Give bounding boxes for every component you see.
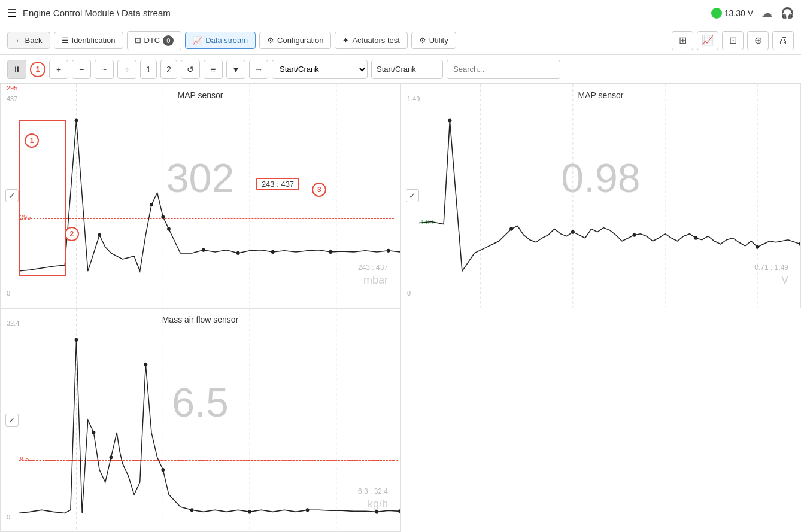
svg-point-12 [271,250,275,254]
chart-view-button[interactable]: 📈 [697,31,718,50]
top-right-checkbox[interactable]: ✓ [406,189,419,202]
svg-point-14 [387,249,390,253]
remove-button[interactable]: − [72,60,91,79]
divider-button[interactable]: ÷ [117,60,136,79]
dtc-badge: 0 [163,35,174,46]
chart-top-right: MAP sensor 1.49 0 0.98 V 0.71 : 1.49 1.0… [400,84,801,308]
svg-point-11 [236,251,240,255]
svg-point-9 [167,227,171,231]
chart-bottom-right [400,308,801,533]
pause-icon: ⏸ [13,65,21,74]
bottom-left-checkbox[interactable]: ✓ [5,414,19,427]
utility-icon: ⚙ [419,36,426,45]
svg-point-26 [799,242,800,246]
svg-point-32 [75,338,78,341]
utility-button[interactable]: ⚙ Utility [411,32,456,49]
svg-point-37 [190,508,194,512]
menu-button[interactable]: ≡ [204,60,223,79]
add-button[interactable]: + [49,60,68,79]
refresh-button[interactable]: ↺ [181,60,200,79]
id-icon: ☰ [62,36,69,45]
cloud-icon[interactable]: ☁ [761,7,772,20]
export-button[interactable]: ⊕ [747,31,769,50]
svg-point-39 [306,508,310,512]
svg-point-6 [98,233,101,237]
grid-view-button[interactable]: ⊞ [672,31,693,50]
svg-point-5 [75,118,78,122]
y-zero-label-right: 0 [407,290,411,297]
dtc-icon: ⊡ [135,36,141,45]
search-input[interactable] [447,60,560,79]
print-button[interactable]: 🖨 [772,31,794,50]
toolbar: ⏸ 1 + − ~ ÷ 1 2 ↺ ≡ ▼ → Start/Crank Star… [0,55,801,84]
table-view-button[interactable]: ⊡ [722,31,744,50]
y-max-label-right: 1.49 [407,95,420,102]
back-button[interactable]: ← Back [7,32,50,49]
chart-svg-top-left [19,84,400,308]
identification-button[interactable]: ☰ Identification [54,32,123,49]
config-icon: ⚙ [267,36,274,45]
svg-point-22 [571,230,575,234]
annotation-1-circle: 1 [25,133,39,148]
status-indicator [711,8,722,19]
pause-button[interactable]: ⏸ [7,60,26,79]
context-select[interactable]: Start/Crank [272,60,368,79]
chart-svg-bottom-left [19,309,400,532]
nav-bar: ← Back ☰ Identification ⊡ DTC 0 📈 Data s… [0,26,801,55]
top-left-checkbox[interactable]: ✓ [5,189,19,202]
svg-point-8 [161,215,165,218]
chart-svg-top-right [419,84,800,308]
stream-icon: 📈 [193,36,202,45]
num1-button[interactable]: 1 [140,60,157,79]
svg-point-10 [202,248,205,252]
actuator-icon: ✦ [342,36,349,45]
annotation-1-badge: 1 [30,62,45,77]
filter-button[interactable]: ▼ [226,60,245,79]
svg-point-35 [144,363,147,366]
svg-point-20 [448,118,451,122]
annotation-2-circle: 2 [65,227,79,241]
y-mark-label: 295 [7,84,17,92]
configuration-button[interactable]: ⚙ Configuration [259,32,331,49]
dtc-button[interactable]: ⊡ DTC 0 [127,31,182,50]
svg-point-33 [92,430,96,434]
chart-tooltip-box: 243 : 437 [256,178,299,190]
svg-point-41 [398,509,400,513]
svg-point-21 [509,227,513,231]
annotation-3-circle: 3 [312,183,326,197]
chart-top-left: MAP sensor 437 0 295 302 mbar 243 : 437 … [0,84,400,308]
svg-point-38 [248,510,251,513]
y-max-label-bl: 32.4 [7,320,19,327]
svg-point-24 [694,236,697,240]
data-stream-button[interactable]: 📈 Data stream [185,32,256,49]
svg-point-23 [633,233,636,237]
svg-point-40 [375,510,378,513]
headphone-icon[interactable]: 🎧 [781,7,794,20]
wave-button[interactable]: ~ [95,60,114,79]
y-max-label: 437 [7,95,17,102]
y-zero-label-bl: 0 [7,513,10,521]
title-bar: ☰ Engine Control Module \ Data stream 13… [0,0,801,26]
svg-point-13 [329,250,332,254]
arrow-button[interactable]: → [249,60,268,79]
svg-point-7 [150,203,153,206]
svg-point-25 [756,245,759,249]
svg-point-34 [110,455,113,459]
hamburger-icon[interactable]: ☰ [7,7,17,20]
svg-point-36 [161,467,165,471]
y-zero-label: 0 [7,290,10,297]
voltage-status: 13.30 V [711,8,753,19]
context-label: Start/Crank [371,60,443,79]
page-title: Engine Control Module \ Data stream [23,8,171,18]
num2-button[interactable]: 2 [160,60,177,79]
chart-bottom-left: Mass air flow sensor 32.4 0 6.5 kg/h 6.3… [0,308,400,533]
actuators-test-button[interactable]: ✦ Actuators test [335,32,407,49]
